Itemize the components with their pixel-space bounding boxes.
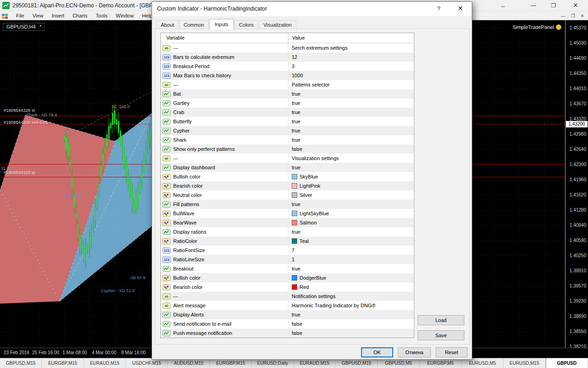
param-value[interactable]: true [288,108,414,117]
param-value[interactable]: true [288,310,414,319]
menu-tools[interactable]: Tools [91,13,112,18]
param-value[interactable]: false [288,328,414,338]
param-row-display-rations[interactable]: Display rationstrue [161,227,414,236]
price-axis[interactable]: 1.43200 1.453701.450301.446901.443501.44… [565,20,588,348]
chart-tab-eurgbp-m15-5[interactable]: EURGBP,M15 [210,358,252,368]
load-button[interactable]: Load [418,315,464,325]
param-value[interactable]: Salmon [288,218,414,227]
save-button[interactable]: Save [418,330,464,340]
chart-grid-icon[interactable] [2,13,8,18]
simple-trade-panel[interactable]: SimpleTradePanel ☺ [513,24,561,30]
param-row-bullish-color[interactable]: Bullish colorSkyBlue [161,172,414,181]
param-value[interactable]: DodgerBlue [288,273,414,282]
chart-tab-eurusd-daily-6[interactable]: EURUSD,Daily [252,358,294,368]
param-row-gartley[interactable]: Gartleytrue [161,98,414,108]
param-row-display-dashboard[interactable]: Display dashboardtrue [161,163,414,172]
param-row-bullish-color[interactable]: Bullish colorDodgerBlue [161,273,414,282]
param-row-display-alerts[interactable]: Display Alertstrue [161,310,414,319]
param-value[interactable]: Silver [288,190,414,200]
tab-common[interactable]: Common [179,20,209,29]
param-value[interactable]: Patterns selector [288,80,414,89]
param-row-breakout-period[interactable]: 123Breakout Period3 [161,62,414,71]
param-value[interactable]: LightPink [288,181,414,190]
param-value[interactable]: true [288,126,414,135]
dock-arrows-icon[interactable]: ↔ [496,0,510,11]
help-button[interactable]: ? [434,5,443,12]
dialog-close-button[interactable]: ✕ [455,5,465,12]
chart-tab-gbpusd-m15-8[interactable]: GBPUSD,M15 [336,358,378,368]
param-value[interactable]: 1000 [288,71,414,80]
mdi-close-button[interactable]: ✕ [581,13,584,18]
param-row-notification-settings[interactable]: ab---Notification settings [161,292,414,301]
param-row-serch-extremum-settings[interactable]: ab---Serch extremum settings [161,43,414,52]
param-row-bars-to-calculate-extremum[interactable]: 123Bars to calculate extremum12 [161,52,414,62]
param-row-crab[interactable]: Crabtrue [161,108,414,117]
chart-tab-gbpusd-13[interactable]: GBPUSD [546,358,588,368]
param-row-bat[interactable]: Battrue [161,89,414,98]
param-row-bearish-color[interactable]: Bearish colorLightPink [161,181,414,190]
param-value[interactable]: true [288,89,414,98]
chart-tab-usdchf-m15-3[interactable]: USDCHF,M15 [126,358,168,368]
param-row-alert-message[interactable]: abAlert messageHarmonic Trading Indicato… [161,301,414,310]
tab-visualization[interactable]: Visualization [259,20,296,29]
param-value[interactable]: true [288,227,414,236]
param-value[interactable]: 7 [288,246,414,255]
param-row-butterfly[interactable]: Butterflytrue [161,117,414,126]
menu-window[interactable]: Window [112,13,138,18]
chart-symbol-tag[interactable]: GBPUSD,H4 ▼ [3,23,45,31]
ok-button[interactable]: OK [361,347,393,357]
reset-button[interactable]: Reset [435,347,468,357]
param-value[interactable]: Harmonic Trading Indicator by DNG® [288,301,414,310]
chart-tab-gbpusd-m5-9[interactable]: GBPUSD,M5 [378,358,419,368]
param-value[interactable]: Visualization settings [288,154,414,163]
param-value[interactable]: LightSkyBlue [288,209,414,218]
tab-inputs[interactable]: Inputs [209,19,234,29]
param-row-bearish-color[interactable]: Bearish colorRed [161,282,414,292]
param-value[interactable]: 1 [288,255,414,264]
chart-tab-eurusd-m15-12[interactable]: EURUSD,M15 [503,358,545,368]
param-row-patterns-selector[interactable]: ab---Patterns selector [161,80,414,89]
param-row-ratiolinesize[interactable]: 123RatioLineSize1 [161,255,414,264]
tab-colors[interactable]: Colors [234,20,258,29]
param-row-max-bars-to-check-history[interactable]: 123Max Bars to check history1000 [161,71,414,80]
chart-tab-eurgbp-m5-10[interactable]: EURGBP,M5 [420,358,462,368]
param-row-breakout[interactable]: Breakouttrue [161,264,414,273]
menu-view[interactable]: View [28,13,48,18]
chart-tab-eurusd-m5-11[interactable]: EURUSD,M5 [462,358,503,368]
tab-about[interactable]: About [156,20,179,29]
param-row-push-message-notification[interactable]: Push message notificationfalse [161,328,414,338]
param-row-neutral-color[interactable]: Neutral colorSilver [161,190,414,200]
param-value[interactable]: Teal [288,236,414,246]
param-value[interactable]: true [288,163,414,172]
param-row-ratiofontsize[interactable]: 123RatioFontSize7 [161,246,414,255]
maximize-button[interactable]: ❐ [547,0,560,11]
chart-tab-euraud-m15-7[interactable]: EURAUD,M15 [294,358,336,368]
cancel-button[interactable]: Отмена [398,347,431,357]
param-row-fill-patterns[interactable]: Fill patternstrue [161,200,414,209]
menu-charts[interactable]: Charts [68,13,91,18]
param-row-ratiocolor[interactable]: RatioColorTeal [161,236,414,246]
chart-tab-gbpusd-m15-0[interactable]: GBPUSD,M15 [0,358,42,368]
param-value[interactable]: true [288,200,414,209]
param-value[interactable]: true [288,264,414,273]
param-value[interactable]: 12 [288,52,414,62]
param-value[interactable]: Serch extremum settings [288,43,414,52]
param-row-shark[interactable]: Sharktrue [161,135,414,144]
param-row-cypher[interactable]: Cyphertrue [161,126,414,135]
param-value[interactable]: true [288,98,414,108]
chart-tab-audusd-m15-4[interactable]: AUDUSD,M15 [168,358,209,368]
chart-tab-eurgbp-m15-1[interactable]: EURGBP,M15 [42,358,84,368]
minimize-button[interactable]: — [526,0,540,11]
param-value[interactable]: Red [288,282,414,292]
param-row-bullwave[interactable]: BullWaveLightSkyBlue [161,209,414,218]
param-value[interactable]: true [288,117,414,126]
close-button[interactable]: ✕ [569,0,582,11]
mdi-minimize-button[interactable]: — [561,13,565,18]
chart-tab-euraud-m15-2[interactable]: EURAUD,M15 [84,358,126,368]
param-value[interactable]: SkyBlue [288,172,414,181]
menu-file[interactable]: File [12,13,28,18]
param-row-bearwave[interactable]: BearWaveSalmon [161,218,414,227]
param-value[interactable]: false [288,144,414,154]
param-row-send-notification-to-e-mail[interactable]: Send notification to e-mailfalse [161,319,414,328]
mdi-restore-button[interactable]: ❐ [571,13,575,18]
